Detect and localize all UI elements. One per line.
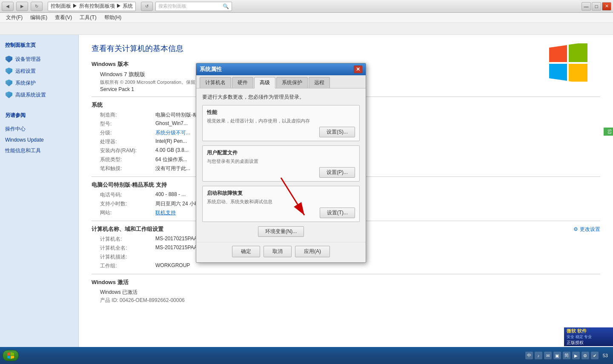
tab-hardware[interactable]: 硬件 [232, 77, 253, 88]
dialog-close-button[interactable]: ✕ [354, 65, 362, 73]
tab-system-protection[interactable]: 系统保护 [276, 77, 308, 88]
menu-bar: 文件(F) 编辑(E) 查看(V) 工具(T) 帮助(H) [0, 13, 613, 23]
tray-icon-1[interactable]: ♪ [535, 352, 542, 359]
search-bar[interactable]: 搜索控制面板 🔍 [155, 2, 232, 11]
remote-icon [5, 67, 13, 75]
gear-icon: ⚙ [573, 226, 578, 232]
env-vars-button[interactable]: 环境变量(N)... [258, 226, 304, 237]
apply-button[interactable]: 应用(A) [295, 246, 330, 257]
search-icon: 🔍 [223, 3, 229, 9]
dialog-title-bar: 系统属性 ✕ [196, 63, 366, 75]
startup-desc: 系统启动、系统失败和调试信息 [207, 199, 355, 205]
dialog-section-user-profiles: 用户配置文件 与您登录有关的桌面设置 设置(P)... [202, 145, 360, 182]
menu-file[interactable]: 文件(F) [3, 13, 26, 22]
menu-edit[interactable]: 编辑(E) [27, 13, 51, 22]
address-bar[interactable]: 控制面板 ▶ 所有控制面板项 ▶ 系统 [48, 2, 136, 11]
sidebar-another: 另请参阅 操作中心 Windows Update 性能信息和工具 [0, 109, 78, 156]
sidebar-item-remote[interactable]: 远程设置 [0, 65, 78, 77]
activation-title: Windows 激活 [92, 279, 600, 286]
sidebar-item-action-center[interactable]: 操作中心 [0, 123, 78, 135]
tray-icon-5[interactable]: ▶ [572, 352, 580, 359]
info-row-workgroup: 工作组: WORKGROUP [92, 262, 600, 270]
minimize-button[interactable]: — [581, 2, 591, 11]
dialog-section-startup: 启动和故障恢复 系统启动、系统失败和调试信息 设置(T)... [202, 186, 360, 222]
start-button[interactable] [3, 350, 19, 361]
search-placeholder: 搜索控制面板 [158, 3, 186, 9]
protection-icon [5, 79, 13, 87]
tab-advanced[interactable]: 高级 [254, 77, 275, 88]
dialog-section-performance: 性能 视觉效果，处理器计划，内存使用，以及虚拟内存 设置(S)... [202, 105, 360, 141]
perf-desc: 视觉效果，处理器计划，内存使用，以及虚拟内存 [207, 118, 355, 124]
soft-badge-title: 微软 软件 [567, 328, 610, 334]
dialog-tabs: 计算机名 硬件 高级 系统保护 远程 [196, 75, 366, 88]
tray-icon-2[interactable]: ✉ [544, 352, 552, 359]
window-controls: — □ ✕ [581, 2, 611, 11]
title-bar: ◀ ▶ ↻ 控制面板 ▶ 所有控制面板项 ▶ 系统 ↺ 搜索控制面板 🔍 — □… [0, 0, 613, 13]
right-badge[interactable]: 53 [604, 128, 613, 136]
user-profiles-title: 用户配置文件 [207, 149, 355, 156]
computer-title: 计算机名称、域和工作组设置 [92, 225, 163, 233]
cancel-button[interactable]: 取消 [264, 246, 292, 257]
change-settings-link[interactable]: ⚙ 更改设置 [573, 226, 600, 233]
maximize-button[interactable]: □ [592, 2, 601, 11]
system-properties-dialog[interactable]: 系统属性 ✕ 计算机名 硬件 高级 系统保护 远程 要进行大多数更改，您必须作为… [196, 63, 366, 263]
tray-clock: 53 [600, 352, 610, 359]
dialog-footer: 确定 取消 应用(A) [196, 242, 366, 262]
refresh-button[interactable]: ↻ [31, 2, 43, 11]
tray-icon-7[interactable]: ✔ [591, 352, 599, 359]
soft-badge-subtitle: 安全 稳定 专业 [567, 334, 610, 340]
dialog-note: 要进行大多数更改，您必须作为管理员登录。 [202, 94, 360, 101]
sidebar-item-device-manager[interactable]: 设备管理器 [0, 53, 78, 65]
menu-help[interactable]: 帮助(H) [101, 13, 125, 22]
advanced-icon [5, 91, 13, 99]
perf-settings-button[interactable]: 设置(S)... [319, 127, 355, 137]
ok-button[interactable]: 确定 [232, 246, 260, 257]
activation-status: Windows 已激活 [100, 289, 600, 296]
dialog-body: 要进行大多数更改，您必须作为管理员登录。 性能 视觉效果，处理器计划，内存使用，… [196, 88, 366, 242]
tray-icon-3[interactable]: ▣ [553, 352, 561, 359]
tray-icon-4[interactable]: 简 [563, 352, 570, 359]
soft-badge-auth: 正版授权 [567, 340, 610, 346]
sidebar-item-protection[interactable]: 系统保护 [0, 77, 78, 89]
startup-settings-button[interactable]: 设置(T)... [320, 208, 355, 218]
divider-4 [92, 274, 600, 274]
tab-remote[interactable]: 远程 [309, 77, 330, 88]
product-id: 产品 ID: 00426-OEM-8992662-00006 [100, 297, 600, 304]
taskbar-tray: 中 ♪ ✉ ▣ 简 ▶ ⚙ ✔ 53 [525, 352, 610, 359]
windows-logo [549, 43, 587, 83]
sidebar-item-perf-info[interactable]: 性能信息和工具 [0, 145, 78, 156]
another-title: 另请参阅 [0, 109, 78, 122]
sidebar-item-advanced[interactable]: 高级系统设置 [0, 89, 78, 101]
toolbar [0, 23, 613, 35]
dialog-title: 系统属性 [200, 65, 222, 73]
sidebar: 控制面板主页 设备管理器 远程设置 系统保护 高级系统设置 另请 [0, 35, 79, 364]
sidebar-title: 控制面板主页 [0, 39, 78, 51]
title-bar-left: ◀ ▶ ↻ 控制面板 ▶ 所有控制面板项 ▶ 系统 ↺ 搜索控制面板 🔍 [2, 2, 232, 11]
refresh-btn2[interactable]: ↺ [141, 2, 153, 11]
taskbar: 中 ♪ ✉ ▣ 简 ▶ ⚙ ✔ 53 [0, 347, 613, 364]
software-badge: 微软 软件 安全 稳定 专业 正版授权 [564, 327, 613, 346]
startup-title: 启动和故障恢复 [207, 190, 355, 197]
menu-view[interactable]: 查看(V) [52, 13, 75, 22]
tray-icon-0[interactable]: 中 [525, 352, 533, 359]
user-profiles-settings-button[interactable]: 设置(P)... [319, 167, 355, 178]
tab-computer-name[interactable]: 计算机名 [200, 77, 231, 88]
menu-tools[interactable]: 工具(T) [76, 13, 100, 22]
breadcrumb: 控制面板 ▶ 所有控制面板项 ▶ 系统 [51, 3, 133, 10]
user-profiles-desc: 与您登录有关的桌面设置 [207, 158, 355, 165]
perf-title: 性能 [207, 109, 355, 116]
tray-icon-6[interactable]: ⚙ [581, 352, 589, 359]
close-button[interactable]: ✕ [602, 2, 611, 11]
device-manager-icon [5, 55, 13, 63]
forward-button[interactable]: ▶ [16, 2, 28, 11]
back-button[interactable]: ◀ [2, 2, 14, 11]
sidebar-item-windows-update[interactable]: Windows Update [0, 135, 78, 145]
page-title: 查看有关计算机的基本信息 [92, 43, 600, 54]
